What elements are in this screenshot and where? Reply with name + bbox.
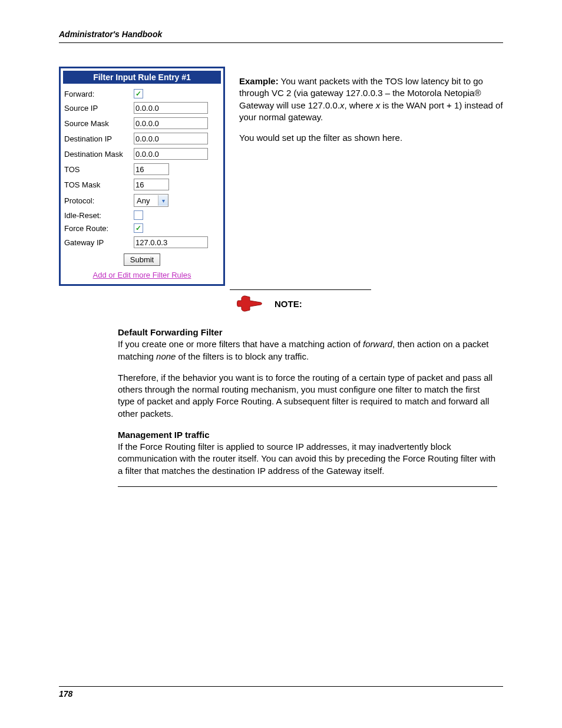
example-text-block: Example: You want packets with the TOS l… <box>239 67 503 153</box>
protocol-select[interactable]: Any ▾ <box>134 194 168 207</box>
tos-label: TOS <box>64 165 134 174</box>
row-protocol: Protocol: Any ▾ <box>61 192 223 209</box>
protocol-label: Protocol: <box>64 196 134 205</box>
dest-ip-label: Destination IP <box>64 134 134 143</box>
gateway-ip-label: Gateway IP <box>64 238 134 247</box>
panel-title: Filter Input Rule Entry #1 <box>63 71 221 84</box>
force-route-label: Force Route: <box>64 224 134 233</box>
example-body2: You would set up the filter as shown her… <box>239 132 503 144</box>
dff-em1: forward <box>363 339 392 349</box>
example-lead: Example: <box>239 76 279 86</box>
mip-heading: Management IP traffic <box>118 429 497 441</box>
mip-p1: If the Force Routing filter is applied t… <box>118 441 497 477</box>
dff-p2: Therefore, if the behavior you want is t… <box>118 372 497 420</box>
filter-rule-panel: Filter Input Rule Entry #1 Forward: ✓ So… <box>59 67 225 286</box>
tos-mask-input[interactable] <box>134 179 169 190</box>
dest-mask-label: Destination Mask <box>64 150 134 159</box>
protocol-value: Any <box>134 196 158 205</box>
dest-mask-input[interactable] <box>134 148 208 160</box>
force-route-checkbox[interactable]: ✓ <box>134 223 143 233</box>
dff-p1a: If you create one or more filters that h… <box>118 339 363 349</box>
note-label: NOTE: <box>275 299 302 309</box>
example-body1b: , where <box>344 100 375 110</box>
divider-end-note <box>118 486 497 487</box>
forward-label: Forward: <box>64 90 134 98</box>
idle-reset-checkbox[interactable] <box>134 210 143 220</box>
row-source-mask: Source Mask <box>61 116 223 131</box>
page-number: 178 <box>59 689 72 699</box>
source-mask-input[interactable] <box>134 117 208 129</box>
row-dest-mask: Destination Mask <box>61 146 223 162</box>
idle-reset-label: Idle-Reset: <box>64 211 134 220</box>
page-header: Administrator's Handbook <box>59 29 503 43</box>
row-source-ip: Source IP <box>61 100 223 116</box>
gateway-ip-input[interactable] <box>134 236 208 248</box>
row-gateway-ip: Gateway IP <box>61 235 223 250</box>
dest-ip-input[interactable] <box>134 133 208 144</box>
row-force-route: Force Route: ✓ <box>61 222 223 235</box>
row-dest-ip: Destination IP <box>61 131 223 146</box>
dff-heading: Default Forwarding Filter <box>118 327 497 338</box>
dff-p1c: of the filters is to block any traffic. <box>176 351 309 361</box>
dff-em2: none <box>156 351 176 361</box>
tos-mask-label: TOS Mask <box>64 180 134 189</box>
source-mask-label: Source Mask <box>64 119 134 128</box>
chevron-down-icon: ▾ <box>158 195 168 206</box>
pointing-hand-icon <box>236 295 263 312</box>
row-tos: TOS <box>61 162 223 177</box>
submit-button[interactable]: Submit <box>124 253 160 266</box>
add-edit-rules-link[interactable]: Add or Edit more Filter Rules <box>93 271 191 279</box>
divider-under-panel <box>230 289 371 290</box>
forward-checkbox[interactable]: ✓ <box>134 89 143 98</box>
header-title: Administrator's Handbook <box>59 29 162 39</box>
row-tos-mask: TOS Mask <box>61 177 223 192</box>
page-footer: 178 <box>59 686 503 699</box>
row-forward: Forward: ✓ <box>61 87 223 100</box>
note-body: Default Forwarding Filter If you create … <box>59 327 503 487</box>
source-ip-label: Source IP <box>64 104 134 113</box>
row-idle-reset: Idle-Reset: <box>61 209 223 222</box>
tos-input[interactable] <box>134 163 169 175</box>
source-ip-input[interactable] <box>134 102 208 114</box>
